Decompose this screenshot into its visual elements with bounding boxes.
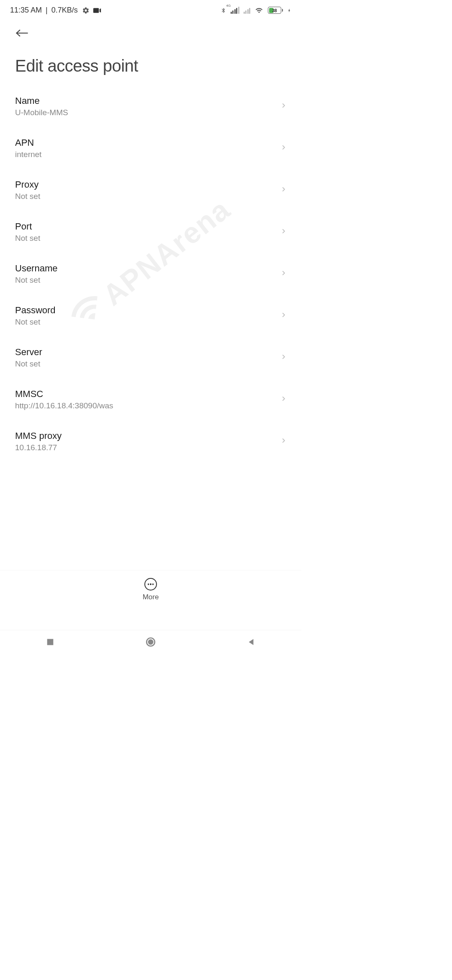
item-label: Password [15, 305, 280, 316]
gear-icon [82, 7, 90, 14]
chevron-right-icon [280, 143, 286, 154]
chevron-right-icon [280, 436, 286, 447]
item-label: Proxy [15, 179, 280, 190]
wifi-icon [254, 7, 264, 14]
mms-proxy-item[interactable]: MMS proxy 10.16.18.77 [15, 420, 286, 452]
item-value: http://10.16.18.4:38090/was [15, 401, 280, 410]
proxy-item[interactable]: Proxy Not set [15, 169, 286, 211]
chevron-right-icon [280, 268, 286, 279]
chevron-right-icon [280, 394, 286, 405]
video-icon [93, 8, 101, 13]
chevron-right-icon [280, 310, 286, 321]
password-item[interactable]: Password Not set [15, 295, 286, 337]
item-label: Name [15, 95, 280, 106]
nav-back-button[interactable] [230, 637, 272, 647]
back-button[interactable] [15, 26, 29, 42]
item-label: Username [15, 263, 280, 274]
nav-recents-button[interactable] [29, 637, 71, 647]
item-value: Not set [15, 234, 280, 243]
item-value: 10.16.18.77 [15, 443, 280, 452]
item-label: Port [15, 221, 280, 232]
page-title: Edit access point [0, 46, 301, 85]
item-label: Server [15, 347, 280, 358]
signal-4g-icon: 4G [231, 7, 239, 14]
item-label: MMS proxy [15, 431, 280, 441]
settings-list: Name U-Mobile-MMS APN internet Proxy Not… [0, 85, 301, 452]
item-value: U-Mobile-MMS [15, 108, 280, 117]
chevron-right-icon [280, 352, 286, 363]
chevron-right-icon [280, 185, 286, 196]
status-bar: 11:35 AM | 0.7KB/s 4G [0, 0, 301, 19]
item-value: Not set [15, 276, 280, 285]
status-separator: | [44, 6, 50, 15]
chevron-right-icon [280, 101, 286, 112]
server-item[interactable]: Server Not set [15, 337, 286, 379]
signal-nosim-icon [244, 7, 251, 14]
item-value: Not set [15, 317, 280, 327]
item-value: Not set [15, 192, 280, 201]
item-label: MMSC [15, 389, 280, 400]
item-value: internet [15, 150, 280, 159]
chevron-right-icon [280, 227, 286, 237]
status-speed: 0.7KB/s [51, 6, 78, 15]
apn-item[interactable]: APN internet [15, 127, 286, 169]
mmsc-item[interactable]: MMSC http://10.16.18.4:38090/was [15, 379, 286, 420]
nav-home-button[interactable] [130, 637, 172, 647]
status-time: 11:35 AM [10, 6, 42, 15]
svg-rect-2 [47, 639, 54, 645]
charging-icon [287, 7, 291, 14]
item-label: APN [15, 137, 280, 148]
more-icon [144, 578, 157, 591]
more-label: More [143, 593, 159, 601]
svg-rect-0 [93, 8, 99, 13]
svg-point-4 [148, 639, 154, 645]
bluetooth-icon [221, 6, 226, 15]
item-value: Not set [15, 359, 280, 369]
battery-icon: 38 [268, 7, 283, 14]
navigation-bar [0, 630, 301, 653]
port-item[interactable]: Port Not set [15, 211, 286, 253]
username-item[interactable]: Username Not set [15, 253, 286, 295]
apn-name-item[interactable]: Name U-Mobile-MMS [15, 85, 286, 127]
more-button[interactable]: More [0, 570, 301, 601]
